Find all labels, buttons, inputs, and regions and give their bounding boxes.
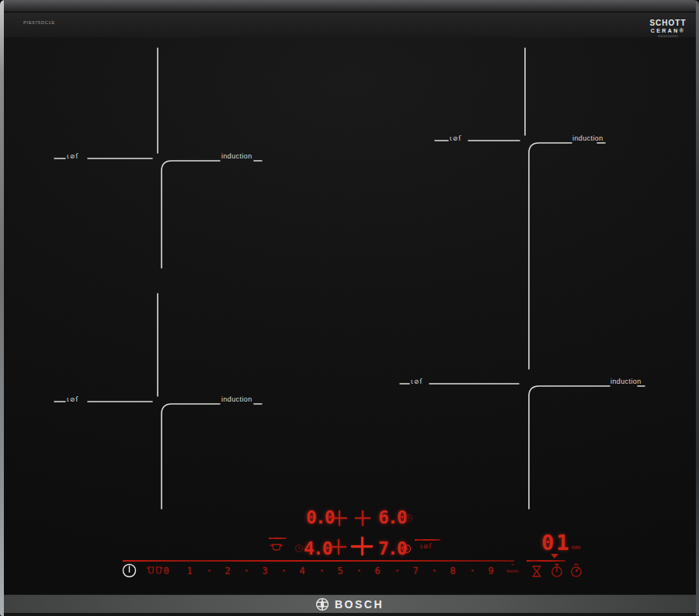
slider-level-0[interactable]: 0 <box>161 566 172 576</box>
flex-zone-line <box>269 538 287 539</box>
slider-level-3[interactable]: 3 <box>259 566 270 576</box>
hourglass-timer-button[interactable] <box>531 565 542 578</box>
slider-tick <box>245 569 248 572</box>
slider-level-1[interactable]: 1 <box>184 566 195 576</box>
flex-zone-line <box>415 539 440 541</box>
slider-level-9[interactable]: 9 <box>485 566 496 576</box>
boost-button[interactable]: ⌃ boost <box>502 564 523 573</box>
left-edge-trim <box>0 0 4 616</box>
slider-tick <box>208 569 210 572</box>
slider-level-6[interactable]: 6 <box>372 566 383 576</box>
slider-tick <box>396 569 398 572</box>
slider-tick <box>358 569 360 572</box>
timer-indicator-icon <box>294 544 304 553</box>
slider-tick <box>433 569 436 572</box>
pan-size-icon: ι⊘ſ <box>420 543 432 550</box>
timer-indicator-icon <box>404 513 413 523</box>
stopwatch-button[interactable] <box>550 563 564 578</box>
kitchen-timer-button[interactable] <box>569 563 583 578</box>
slider-tick <box>283 569 285 572</box>
frying-pan-icon <box>270 542 285 552</box>
timer-indicator-icon <box>402 544 412 554</box>
induction-label-back-right: induction <box>572 134 603 142</box>
bosch-logo: BOSCH <box>0 595 699 613</box>
slider-level-5[interactable]: 5 <box>335 566 346 576</box>
timer-marker <box>551 554 558 559</box>
bottom-edge <box>0 613 699 616</box>
timer-display: 01 <box>541 532 572 553</box>
induction-label-back-left: induction <box>221 152 252 160</box>
zone-select-cross-back-right[interactable] <box>355 510 370 526</box>
slider-tick <box>471 569 474 572</box>
power-display-back-left: 0.0 <box>306 509 334 526</box>
power-display-front-left: 4.0 <box>304 540 332 557</box>
schott-logo-line2: CERAN® <box>643 28 693 33</box>
bosch-armature-icon <box>315 597 329 611</box>
power-button[interactable] <box>121 562 137 579</box>
timer-slider-line[interactable] <box>527 560 565 562</box>
model-number: PIE675DC1E <box>23 20 55 25</box>
slider-tick <box>321 569 323 572</box>
schott-ceran-logo: SCHOTT CERAN® 9000154091 <box>643 19 693 38</box>
zone-markings <box>0 0 699 616</box>
slider-level-4[interactable]: 4 <box>297 566 308 576</box>
pan-size-icon: ι⊘ſ <box>67 396 78 403</box>
bosch-logo-text: BOSCH <box>335 598 384 611</box>
slider-level-8[interactable]: 8 <box>447 566 458 576</box>
power-display-back-right: 6.0 <box>378 509 406 526</box>
zone-select-cross-back-left[interactable] <box>332 510 347 526</box>
induction-label-front-left: induction <box>221 395 252 403</box>
pan-size-icon: ι⊘ſ <box>450 135 461 142</box>
schott-logo-line1: SCHOTT <box>643 19 693 27</box>
cooktop-surface: PIE675DC1E SCHOTT CERAN® 9000154091 indu… <box>0 0 699 616</box>
power-slider-line[interactable] <box>123 560 514 562</box>
right-edge-trim <box>696 0 699 616</box>
timer-unit: min <box>572 545 580 550</box>
slider-level-2[interactable]: 2 <box>222 566 233 576</box>
slider-level-7[interactable]: 7 <box>410 566 421 576</box>
induction-label-front-right: induction <box>610 378 642 385</box>
zone-select-cross-front-right-active[interactable] <box>351 537 373 555</box>
boost-label: boost <box>502 569 523 573</box>
pan-size-icon: ι⊘ſ <box>67 153 78 160</box>
zone-select-cross-front-left[interactable] <box>331 539 346 555</box>
pan-size-icon: ι⊘ſ <box>411 378 423 385</box>
schott-logo-number: 9000154091 <box>643 35 693 38</box>
